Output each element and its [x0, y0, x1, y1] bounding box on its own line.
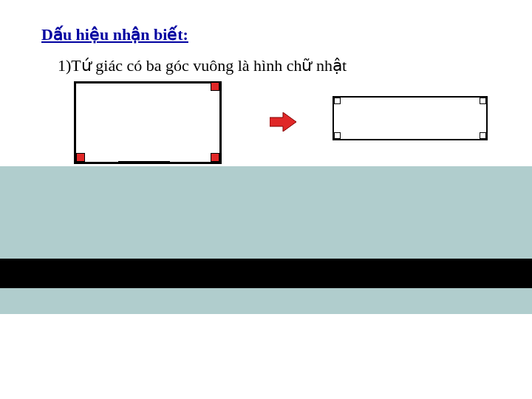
right-angle-marker-icon — [76, 153, 85, 162]
edge-highlight — [118, 161, 170, 164]
right-angle-marker-icon — [211, 82, 219, 91]
right-angle-marker-icon — [334, 132, 341, 139]
black-strip — [0, 259, 532, 288]
item-1-text: 1)Tứ giác có ba góc vuông là hình chữ nh… — [58, 56, 347, 75]
right-rectangle-outline — [332, 96, 488, 140]
left-rectangle-outline — [74, 81, 222, 164]
right-angle-marker-icon — [334, 98, 341, 104]
right-rectangle — [332, 96, 488, 140]
lower-panel — [0, 166, 532, 314]
figure-area — [0, 81, 532, 170]
right-angle-marker-icon — [480, 98, 486, 104]
right-angle-marker-icon — [480, 132, 486, 139]
right-angle-marker-icon — [211, 153, 219, 162]
right-arrow-icon — [270, 112, 296, 134]
svg-marker-0 — [270, 112, 296, 132]
section-heading: Dấu hiệu nhận biết: — [41, 25, 188, 44]
left-quadrilateral — [74, 81, 222, 164]
